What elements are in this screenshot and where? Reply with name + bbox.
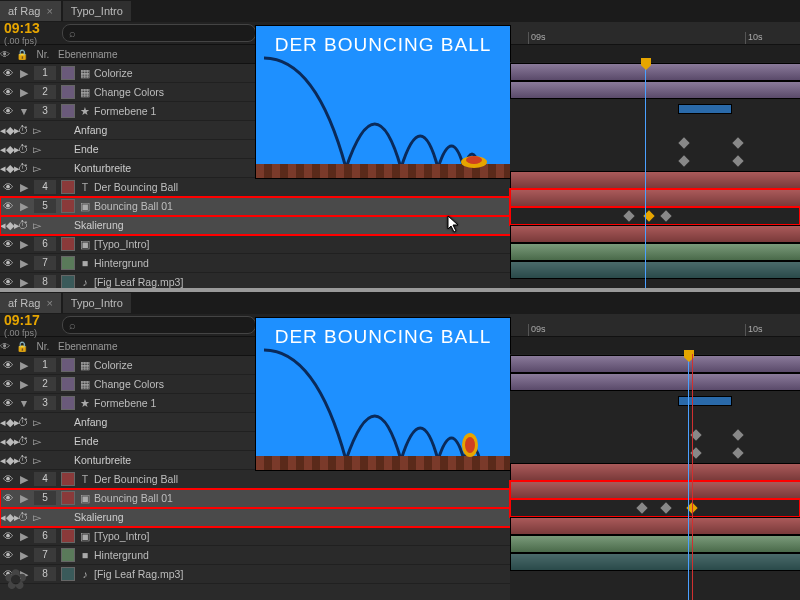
visibility-icon[interactable]: 👁 <box>0 359 16 371</box>
visibility-icon[interactable]: 👁 <box>0 105 16 117</box>
layer-bar[interactable] <box>510 189 800 207</box>
stopwatch-icon[interactable]: ⏱ <box>16 511 30 523</box>
layer-bar[interactable] <box>510 171 800 189</box>
lock-icon[interactable]: 🔒 <box>16 341 32 352</box>
label-color[interactable] <box>61 199 75 213</box>
visibility-icon[interactable]: 👁 <box>0 378 16 390</box>
expand-icon[interactable]: ▶ <box>16 67 32 79</box>
search-input[interactable]: ⌕ <box>62 24 256 42</box>
visibility-icon[interactable]: 👁 <box>0 238 16 250</box>
label-color[interactable] <box>61 377 75 391</box>
visibility-icon[interactable]: 👁 <box>0 181 16 193</box>
keyframe-nav[interactable]: ◂◆▸ <box>0 162 16 174</box>
label-color[interactable] <box>61 491 75 505</box>
label-color[interactable] <box>61 85 75 99</box>
label-color[interactable] <box>61 396 75 410</box>
layer-bar[interactable] <box>510 517 800 535</box>
expand-icon[interactable]: ▶ <box>16 530 32 542</box>
expand-icon[interactable]: ▶ <box>16 238 32 250</box>
layer-bar[interactable] <box>510 535 800 553</box>
layer-bar[interactable] <box>510 243 800 261</box>
stopwatch-icon[interactable]: ⏱ <box>16 435 30 447</box>
visibility-icon[interactable]: 👁 <box>0 473 16 485</box>
label-color[interactable] <box>61 66 75 80</box>
expand-icon[interactable]: ▶ <box>16 276 32 288</box>
expand-icon[interactable]: ▼ <box>16 105 32 117</box>
layer-bar[interactable] <box>510 373 800 391</box>
layer-bar[interactable] <box>510 463 800 481</box>
label-color[interactable] <box>61 358 75 372</box>
stopwatch-icon[interactable]: ⏱ <box>16 143 30 155</box>
layer-bar[interactable] <box>510 225 800 243</box>
expand-icon[interactable]: ▶ <box>16 549 32 561</box>
expand-icon[interactable]: ▻ <box>30 143 44 155</box>
keyframe-nav[interactable]: ◂◆▸ <box>0 219 16 231</box>
expand-icon[interactable]: ▶ <box>16 359 32 371</box>
label-color[interactable] <box>61 237 75 251</box>
expand-icon[interactable]: ▶ <box>16 257 32 269</box>
eye-icon[interactable]: 👁 <box>0 341 16 352</box>
visibility-icon[interactable]: 👁 <box>0 397 16 409</box>
label-color[interactable] <box>61 567 75 581</box>
label-color[interactable] <box>61 529 75 543</box>
visibility-icon[interactable]: 👁 <box>0 257 16 269</box>
layer-bar[interactable] <box>510 355 800 373</box>
keyframe-nav[interactable]: ◂◆▸ <box>0 124 16 136</box>
keyframe-nav[interactable]: ◂◆▸ <box>0 435 16 447</box>
current-time[interactable]: 09:17(.00 fps) <box>0 312 54 338</box>
expand-icon[interactable]: ▶ <box>16 200 32 212</box>
expand-icon[interactable]: ▶ <box>16 492 32 504</box>
current-time[interactable]: 09:13(.00 fps) <box>0 20 54 46</box>
keyframe-nav[interactable]: ◂◆▸ <box>0 454 16 466</box>
label-color[interactable] <box>61 104 75 118</box>
expand-icon[interactable]: ▻ <box>30 454 44 466</box>
stopwatch-icon[interactable]: ⏱ <box>16 124 30 136</box>
timeline-area[interactable] <box>510 62 800 288</box>
eye-icon[interactable]: 👁 <box>0 49 16 60</box>
stopwatch-icon[interactable]: ⏱ <box>16 454 30 466</box>
visibility-icon[interactable]: 👁 <box>0 530 16 542</box>
expand-icon[interactable]: ▻ <box>30 162 44 174</box>
expand-icon[interactable]: ▶ <box>16 473 32 485</box>
playhead[interactable] <box>688 354 689 600</box>
close-icon[interactable]: × <box>46 5 52 17</box>
expand-icon[interactable]: ▻ <box>30 124 44 136</box>
tab-composition[interactable]: af Rag× <box>0 293 61 313</box>
search-input[interactable]: ⌕ <box>62 316 256 334</box>
expand-icon[interactable]: ▻ <box>30 511 44 523</box>
expand-icon[interactable]: ▻ <box>30 219 44 231</box>
visibility-icon[interactable]: 👁 <box>0 67 16 79</box>
label-color[interactable] <box>61 275 75 289</box>
tab-composition[interactable]: Typo_Intro <box>63 293 131 313</box>
expand-icon[interactable]: ▻ <box>30 435 44 447</box>
label-color[interactable] <box>61 256 75 270</box>
layer-bar[interactable] <box>510 63 800 81</box>
expand-icon[interactable]: ▶ <box>16 86 32 98</box>
visibility-icon[interactable]: 👁 <box>0 276 16 288</box>
layer-bar[interactable] <box>510 481 800 499</box>
stopwatch-icon[interactable]: ⏱ <box>16 162 30 174</box>
close-icon[interactable]: × <box>46 297 52 309</box>
playhead[interactable] <box>645 62 646 288</box>
label-color[interactable] <box>61 472 75 486</box>
time-ruler[interactable]: 09s 10s <box>510 314 800 337</box>
visibility-icon[interactable]: 👁 <box>0 200 16 212</box>
layer-bar[interactable] <box>678 396 732 406</box>
stopwatch-icon[interactable]: ⏱ <box>16 416 30 428</box>
tab-composition[interactable]: af Rag× <box>0 1 61 21</box>
label-color[interactable] <box>61 180 75 194</box>
layer-bar[interactable] <box>510 261 800 279</box>
visibility-icon[interactable]: 👁 <box>0 492 16 504</box>
expand-icon[interactable]: ▶ <box>16 181 32 193</box>
layer-bar[interactable] <box>678 104 732 114</box>
keyframe-nav[interactable]: ◂◆▸ <box>0 143 16 155</box>
tab-composition[interactable]: Typo_Intro <box>63 1 131 21</box>
keyframe-nav[interactable]: ◂◆▸ <box>0 416 16 428</box>
visibility-icon[interactable]: 👁 <box>0 549 16 561</box>
time-ruler[interactable]: 09s 10s <box>510 22 800 45</box>
keyframe-nav[interactable]: ◂◆▸ <box>0 511 16 523</box>
expand-icon[interactable]: ▼ <box>16 397 32 409</box>
label-color[interactable] <box>61 548 75 562</box>
expand-icon[interactable]: ▶ <box>16 378 32 390</box>
layer-bar[interactable] <box>510 81 800 99</box>
